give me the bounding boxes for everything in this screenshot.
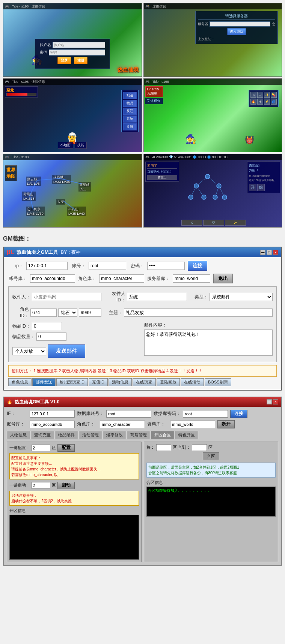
enter-game-btn[interactable]: 进入游戏 bbox=[227, 28, 246, 35]
gm1-send-btn[interactable]: 发送邮件 bbox=[48, 344, 85, 358]
gm2-tab-recharge[interactable]: 查询充值 bbox=[31, 431, 54, 439]
gm1-type-select[interactable]: 系统邮件 bbox=[210, 293, 273, 301]
gm2-start-btn[interactable]: 启动 bbox=[57, 482, 75, 489]
gm1-subject-input[interactable] bbox=[124, 309, 273, 317]
gm2-connect-btn[interactable]: 连接 bbox=[230, 410, 247, 418]
gm1-minimize-btn[interactable]: — bbox=[260, 250, 265, 255]
gm1-diamond-select[interactable]: 钻石 bbox=[58, 309, 77, 317]
gm2-tab-drop-rate[interactable]: 爆率修改 bbox=[103, 431, 126, 439]
gm2-merge-info-label: 合区信息： bbox=[146, 480, 276, 485]
gm1-personal-select[interactable]: 个人发放 bbox=[12, 347, 46, 355]
screenshot-char-panel: 🎮 4LV84B3B 💎 51484B3B1 🔷 900D 🔷 900DDOD … bbox=[143, 154, 282, 228]
gm1-close-btn[interactable]: × bbox=[273, 250, 278, 255]
screenshot-char-world: 🎮 Title - s198 连接信息 聚龙 刮运 物品 反迁 系统 多牌 🧝 bbox=[3, 78, 142, 152]
gm1-row3: 物品ID： 物品数量： 个人发放 发送邮件 邮件内容： bbox=[12, 322, 273, 358]
server-input[interactable] bbox=[210, 21, 270, 27]
gm2-open-btn[interactable]: 断开 bbox=[217, 420, 235, 428]
gm2-area-info-box bbox=[9, 515, 139, 560]
gm1-maximize-btn[interactable]: □ bbox=[267, 250, 272, 255]
gm2-db-account-input[interactable] bbox=[106, 410, 151, 418]
map-loc6: 忘日剑宗LV45-LV60 bbox=[26, 207, 45, 216]
gm2-minimize-btn[interactable]: — bbox=[267, 399, 272, 404]
gm1-tab-boss[interactable]: BOSS刷新 bbox=[205, 378, 231, 386]
gm1-sender-id-input[interactable] bbox=[127, 293, 187, 301]
gm2-start-row: 一键启动： 区 启动 bbox=[9, 482, 139, 489]
gm2-to-input[interactable] bbox=[192, 444, 207, 451]
map-loc5: 大漠 bbox=[56, 199, 65, 205]
gm1-item-id-input[interactable] bbox=[32, 322, 62, 330]
gm2-config-label: 一键配置： bbox=[9, 445, 30, 451]
ss4-titlebar: 🎮 Title - s198 bbox=[144, 79, 282, 85]
gm1-account-db-input[interactable] bbox=[30, 274, 75, 283]
gm1-tab-login-replay[interactable]: 登陆回放 bbox=[157, 378, 180, 386]
gm1-server-db-input[interactable] bbox=[173, 274, 210, 283]
bottom-btns: 小地图 技能 bbox=[5, 142, 140, 149]
gm2-tab-special[interactable]: 特色开区 bbox=[175, 431, 198, 439]
gm2-char-db-input[interactable] bbox=[100, 421, 145, 428]
gm1-item-count-cell: 物品数量： bbox=[12, 332, 141, 341]
gm1-account-input[interactable] bbox=[89, 262, 126, 270]
gm2-tab-activity[interactable]: 活动管理 bbox=[79, 431, 102, 439]
gm1-char-db-input[interactable] bbox=[99, 274, 144, 283]
svg-line-13 bbox=[208, 177, 219, 186]
gm2-tab-char[interactable]: 人物信息 bbox=[7, 431, 30, 439]
gm1-personal-row: 个人发放 发送邮件 bbox=[12, 344, 141, 358]
gm1-recipient-input[interactable] bbox=[32, 293, 101, 301]
gm1-connect-btn[interactable]: 连接 bbox=[188, 261, 207, 271]
gm2-close-btn[interactable]: × bbox=[273, 399, 278, 404]
gm1-tab-online-activity[interactable]: 在线活动 bbox=[181, 378, 204, 386]
gm2-merge-btn[interactable]: 合区 bbox=[203, 452, 219, 460]
gm1-char-id-input[interactable] bbox=[30, 309, 57, 317]
gm2-from-input[interactable] bbox=[156, 444, 171, 451]
gm1-usage-label: 使用方法： bbox=[12, 368, 32, 373]
gm1-tab-activity[interactable]: 活动信息 bbox=[109, 378, 132, 386]
gm1-item-count-input[interactable] bbox=[36, 332, 66, 341]
gm1-account-db-label: 帐号库： bbox=[8, 276, 27, 282]
account-input[interactable] bbox=[53, 42, 105, 48]
login-button[interactable]: 登录 bbox=[57, 57, 71, 64]
login-panel: 账户名 密码 登录 注册 bbox=[35, 39, 110, 69]
gm2-tab-shop[interactable]: 商店管理 bbox=[127, 431, 150, 439]
gm2-tab-item-mail[interactable]: 物品邮件 bbox=[55, 431, 78, 439]
skill-panel: ⚔ 🛡 ✨ 💊 🔥 ❄ ⚡ 🌀 bbox=[249, 90, 279, 107]
gm2-config-btn[interactable]: 配置 bbox=[57, 444, 75, 452]
gm2-if-input[interactable] bbox=[30, 410, 75, 418]
gm1-right-col: 邮件内容： 您好！恭喜获得活动礼包！ bbox=[144, 322, 273, 358]
gm1-exit-btn[interactable]: 退出 bbox=[213, 274, 233, 283]
ss3-titlebar: 🎮 Title - s198 连接信息 bbox=[3, 79, 142, 85]
world-map-label: 世界地图 bbox=[5, 165, 17, 181]
gm1-tab-mail[interactable]: 邮件发送 bbox=[32, 378, 56, 386]
gm2-db-password-input[interactable] bbox=[183, 410, 228, 418]
gm1-tab-give-player[interactable]: 给指定玩家ID bbox=[56, 378, 88, 386]
gm1-ip-input[interactable] bbox=[26, 262, 68, 270]
screenshots-grid: 🎮 Title - s198 连接信息 🧙 账户名 密码 登录 注册 bbox=[0, 0, 285, 231]
gm2-tabs: 人物信息 查询充值 物品邮件 活动管理 爆率修改 商店管理 开区合区 特色开区 bbox=[7, 431, 278, 439]
gm1-tab-recharge[interactable]: 充值ID bbox=[89, 378, 108, 386]
game-title-ss1: 热血仙境 bbox=[118, 67, 139, 73]
gm1-body: ip： 账号： 密码： 连接 帐号库： 角色库： 服务器库： 退出 收件人： bbox=[4, 257, 281, 390]
gm2-area-info-label: 开区信息： bbox=[9, 508, 139, 514]
gm1-tab-online[interactable]: 在线玩家 bbox=[133, 378, 156, 386]
char-info: 聚龙 bbox=[5, 86, 38, 98]
gm2-left-panel: 一键配置： 区 配置 配置前注意事项： 配置时请注意主要事项... 请提前备份m… bbox=[7, 442, 142, 562]
register-button[interactable]: 注册 bbox=[74, 57, 87, 64]
gm2-tab-open-merge[interactable]: 开区合区 bbox=[151, 431, 174, 439]
gm2-start-value-input[interactable] bbox=[32, 482, 50, 489]
gm2-config-value-input[interactable] bbox=[32, 445, 50, 451]
gm2-account-db-input[interactable] bbox=[30, 421, 75, 428]
gm-tool-window-1: βL 热血仙境之GM工具 BY：夜神 — □ × ip： 账号： 密码： 连接 … bbox=[3, 247, 282, 391]
gm1-title: 热血仙境之GM工具 bbox=[17, 249, 59, 256]
gm2-from-label: 将： bbox=[146, 445, 155, 450]
last-login: 上次登陆： bbox=[198, 37, 275, 42]
gm1-mail-content-textarea[interactable]: 您好！恭喜获得活动礼包！ bbox=[144, 329, 273, 356]
gm2-resource-db-input[interactable] bbox=[170, 421, 215, 428]
gm1-tab-char[interactable]: 角色信息 bbox=[8, 378, 32, 386]
password-input[interactable] bbox=[49, 49, 105, 55]
gm1-password-label: 密码： bbox=[129, 263, 144, 269]
svg-line-15 bbox=[196, 186, 204, 197]
gm1-password-input[interactable] bbox=[147, 262, 185, 270]
battle-hud: Lv:1655+ 无限制 又外积分 bbox=[145, 86, 163, 104]
gm2-start-label: 一键启动： bbox=[9, 482, 30, 488]
gm-section-header: GM截图： bbox=[0, 231, 285, 245]
gm1-diamond-input[interactable] bbox=[79, 309, 101, 317]
